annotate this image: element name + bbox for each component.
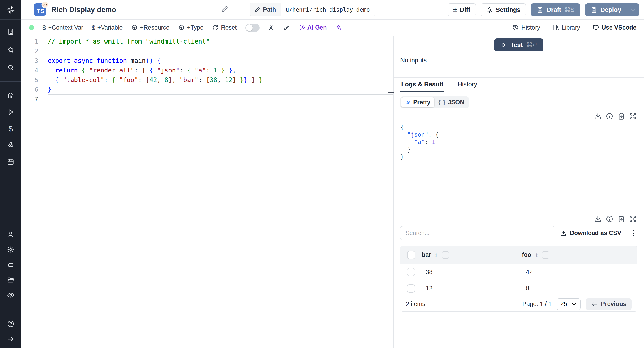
- sidebar-item-resources[interactable]: [4, 139, 18, 151]
- sidebar-item-favorites[interactable]: [4, 44, 18, 56]
- sidebar-item-runs[interactable]: [4, 106, 18, 118]
- chevron-down-icon: [630, 7, 636, 13]
- calendar-icon: [7, 158, 14, 166]
- brush-icon: [283, 24, 290, 31]
- code-editor[interactable]: 1// import * as wmill from "windmill-cli…: [22, 36, 393, 348]
- sidebar-item-schedules[interactable]: [4, 156, 18, 168]
- copy-result-button[interactable]: [617, 112, 625, 120]
- table-header-foo: foo ↕: [522, 251, 637, 259]
- pen-nib-icon: [405, 100, 411, 105]
- sidebar-expand-button[interactable]: [4, 333, 18, 345]
- test-button[interactable]: Test ⌘↵: [494, 38, 543, 52]
- download-table-button[interactable]: [594, 215, 602, 223]
- table-menu-button[interactable]: ⋮: [630, 230, 637, 236]
- row-checkbox[interactable]: [407, 268, 415, 276]
- dollar-icon: $: [9, 125, 13, 132]
- divider-drag-handle[interactable]: [388, 92, 394, 94]
- box-icon: [178, 24, 185, 31]
- use-vscode-button[interactable]: Use VScode: [592, 24, 636, 31]
- download-csv-button[interactable]: Download as CSV: [560, 230, 621, 236]
- sidebar-item-variables[interactable]: $: [4, 123, 18, 134]
- multiplayer-button[interactable]: [268, 24, 275, 31]
- main-column: TS Rich Display demo: [22, 0, 644, 348]
- deploy-button[interactable]: Deploy: [585, 3, 626, 16]
- panel-resize-divider[interactable]: [393, 36, 394, 348]
- code-line-5[interactable]: 5 { "table-col": { "foo": [42, 8], "bar"…: [22, 75, 393, 85]
- code-line-6[interactable]: 6}: [22, 85, 393, 94]
- pretty-view-button[interactable]: Pretty: [401, 97, 434, 107]
- download-csv-label: Download as CSV: [570, 230, 621, 236]
- plus-minus-icon: ±: [453, 6, 457, 14]
- settings-button[interactable]: Settings: [481, 3, 526, 16]
- draft-shortcut: ⌘S: [564, 6, 574, 14]
- sparkles-icon: [336, 24, 342, 31]
- json-view-button[interactable]: { } JSON: [434, 97, 468, 107]
- column-toggle-bar[interactable]: [442, 251, 449, 259]
- sidebar-item-search[interactable]: [4, 62, 18, 73]
- download-icon: [560, 230, 567, 236]
- sort-icon[interactable]: ↕: [435, 251, 438, 259]
- ai-gen-button[interactable]: AI Gen: [298, 24, 327, 31]
- path-chip[interactable]: Path u/henri/rich_display_demo: [250, 3, 375, 16]
- code-line-1[interactable]: 1// import * as wmill from "windmill-cli…: [22, 37, 393, 46]
- sidebar-item-settings[interactable]: [4, 244, 18, 256]
- table-row: 128: [400, 280, 637, 296]
- cell-bar: 12: [422, 280, 522, 296]
- format-code-button[interactable]: [283, 24, 290, 31]
- column-toggle-foo[interactable]: [542, 251, 550, 259]
- download-icon: [594, 112, 602, 120]
- code-line-7[interactable]: 7: [22, 94, 393, 104]
- line-code: { "table-col": { "foo": [42, 8], "bar": …: [48, 75, 393, 85]
- reset-button[interactable]: Reset: [212, 24, 237, 31]
- select-all-checkbox[interactable]: [407, 251, 415, 259]
- copy-table-button[interactable]: [617, 215, 625, 223]
- folder-open-icon: [7, 276, 14, 284]
- code-line-3[interactable]: 3export async function main() {: [22, 56, 393, 66]
- history-clock-icon: [512, 24, 519, 31]
- sort-icon[interactable]: ↕: [535, 251, 538, 259]
- sidebar-item-help[interactable]: [4, 318, 18, 330]
- history-button[interactable]: History: [512, 24, 540, 31]
- tab-history[interactable]: History: [456, 78, 478, 92]
- draft-button[interactable]: Draft ⌘S: [531, 3, 580, 16]
- table-header-checkbox-cell: [400, 251, 422, 259]
- table-header: bar ↕ foo ↕: [400, 246, 637, 264]
- library-button[interactable]: Library: [552, 24, 580, 31]
- user-icon: [7, 230, 14, 238]
- page-size-select[interactable]: 25: [556, 298, 581, 310]
- row-checkbox-cell: [400, 280, 422, 296]
- row-checkbox-cell: [400, 264, 422, 280]
- sidebar-item-workers[interactable]: [4, 259, 18, 270]
- line-number: 1: [22, 38, 48, 45]
- previous-page-button[interactable]: Previous: [586, 298, 632, 310]
- table-info-button[interactable]: [606, 215, 614, 223]
- row-checkbox[interactable]: [407, 284, 415, 292]
- sidebar-item-folders[interactable]: [4, 274, 18, 286]
- search-input[interactable]: [400, 226, 555, 240]
- code-line-4[interactable]: 4 return { "render_all": [ { "json": { "…: [22, 66, 393, 75]
- previous-label: Previous: [601, 300, 626, 308]
- expand-result-button[interactable]: [629, 112, 637, 120]
- tab-logs-result[interactable]: Logs & Result: [400, 78, 444, 92]
- add-type-button[interactable]: +Type: [178, 24, 204, 31]
- dollar-icon: $: [92, 24, 95, 31]
- edit-summary-button[interactable]: [221, 5, 228, 14]
- result-json-line: }: [400, 154, 637, 161]
- deploy-menu-button[interactable]: [626, 3, 639, 16]
- diff-button[interactable]: ± Diff: [448, 3, 476, 16]
- code-line-2[interactable]: 2: [22, 46, 393, 56]
- windmill-logo[interactable]: [0, 0, 22, 20]
- toggle-switch[interactable]: [245, 24, 260, 32]
- add-resource-button[interactable]: +Resource: [131, 24, 169, 31]
- sidebar-item-home[interactable]: [4, 90, 18, 101]
- ai-sparkle-button[interactable]: [336, 24, 342, 31]
- add-variable-button[interactable]: $ +Variable: [92, 24, 122, 31]
- result-info-button[interactable]: [606, 112, 614, 120]
- download-result-button[interactable]: [594, 112, 602, 120]
- expand-table-button[interactable]: [629, 215, 637, 223]
- sidebar-item-workspace[interactable]: [4, 26, 18, 38]
- sidebar-item-audit-logs[interactable]: [4, 290, 18, 301]
- add-context-var-button[interactable]: $ +Context Var: [42, 24, 83, 31]
- test-row: Test ⌘↵: [394, 36, 644, 52]
- sidebar-item-users[interactable]: [4, 228, 18, 240]
